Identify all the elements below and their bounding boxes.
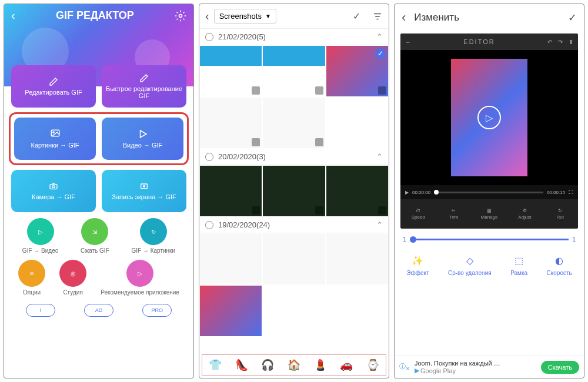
ad-close-icon[interactable]: ⓘ✕	[399, 362, 410, 371]
pro-pill[interactable]: PRO	[142, 304, 172, 317]
emoji-icon[interactable]: 👕	[209, 358, 222, 371]
download-button[interactable]: Скачать	[541, 361, 579, 374]
app-title: GIF РЕДАКТОР	[15, 9, 175, 22]
quick-edit-card[interactable]: Быстрое редактирование GIF	[102, 65, 186, 108]
time-start: 00:00:00	[412, 190, 430, 195]
studio-button[interactable]: ◎Студия	[59, 260, 86, 296]
slider-track[interactable]	[410, 239, 569, 240]
thumb[interactable]	[199, 233, 262, 285]
eraser-icon: ◇	[463, 253, 477, 267]
timeline-bar[interactable]	[434, 192, 543, 193]
range-slider[interactable]: 1 1	[395, 231, 584, 247]
compress-gif-button[interactable]: ⇲Сжать GIF	[81, 218, 109, 254]
emoji-icon[interactable]: ⌚	[366, 358, 379, 371]
svg-point-0	[179, 14, 182, 17]
video-to-gif-card[interactable]: Видео → GIF	[102, 118, 183, 160]
chevron-up-icon[interactable]: ⌃	[376, 152, 383, 161]
export-icon[interactable]: ⬆	[569, 39, 573, 45]
thumb[interactable]	[199, 45, 262, 97]
phone-video-editor: ‹ Изменить ✓ ← EDITOR ↶ ↷ ⬆ ▷ ▶ 00:00:00…	[394, 4, 584, 378]
highlight-box: Картинки → GIF Видео → GIF	[9, 112, 189, 165]
video-preview[interactable]: ▷	[400, 50, 578, 185]
tool-adjust[interactable]: ⚙Adjust	[507, 199, 542, 229]
play-small-icon[interactable]: ▶	[405, 190, 409, 195]
radio-icon[interactable]	[205, 33, 213, 41]
frame-button[interactable]: ⬚Рамка	[510, 253, 527, 276]
thumb[interactable]	[262, 165, 325, 217]
svg-point-5	[52, 186, 55, 188]
expand-icon[interactable]	[378, 206, 386, 215]
dropdown-icon: ▼	[265, 13, 271, 19]
chevron-up-icon[interactable]: ⌃	[376, 32, 383, 41]
confirm-icon[interactable]: ✓	[353, 11, 360, 22]
pics-to-gif-card[interactable]: Картинки → GIF	[14, 118, 96, 160]
screen-rec-label: Запись экрана → GIF	[112, 193, 176, 200]
expand-icon[interactable]	[315, 86, 323, 95]
thumb[interactable]	[199, 165, 262, 217]
back-icon[interactable]: ‹	[11, 9, 15, 22]
chevron-up-icon[interactable]: ⌃	[376, 220, 383, 229]
ad-banner[interactable]: ⓘ✕ Joom. Покупки на каждый … ▶Google Pla…	[395, 356, 584, 378]
expand-icon[interactable]	[315, 206, 323, 215]
expand-icon[interactable]	[252, 206, 260, 215]
emoji-icon[interactable]: 💄	[314, 358, 327, 371]
edit-gif-label: Редактировать GIF	[25, 89, 82, 96]
effect-button[interactable]: ✨Эффект	[406, 253, 429, 276]
thumb-selected[interactable]	[326, 45, 389, 97]
svg-marker-3	[140, 130, 146, 138]
settings-icon[interactable]	[175, 10, 186, 22]
tool-rotate[interactable]: ↻Rot	[543, 199, 578, 229]
play-icon[interactable]: ▷	[477, 106, 501, 129]
emoji-icon[interactable]: 🎧	[261, 358, 274, 371]
gif-to-video-button[interactable]: ▷GIF → Видео	[22, 218, 58, 254]
thumb[interactable]	[262, 233, 325, 285]
back-icon[interactable]: ‹	[205, 9, 209, 23]
tool-trim[interactable]: ✂Trim	[436, 199, 471, 229]
filter-icon[interactable]	[372, 11, 383, 22]
editor-title: EDITOR	[417, 38, 542, 45]
preview-image: ▷	[451, 59, 527, 176]
svg-rect-4	[50, 185, 57, 189]
tool-speed[interactable]: ⏱Speed	[400, 199, 436, 229]
eraser-button[interactable]: ◇Ср-во удаления	[448, 253, 492, 276]
folder-dropdown[interactable]: Screenshots ▼	[214, 9, 276, 24]
options-button[interactable]: ✕Опции	[18, 260, 45, 296]
gif-to-pics-button[interactable]: ↻GIF → Картинки	[131, 218, 175, 254]
edit-gif-card[interactable]: Редактировать GIF	[11, 65, 96, 108]
expand-icon[interactable]	[252, 86, 260, 95]
pics-to-gif-label: Картинки → GIF	[31, 142, 79, 149]
info-pill[interactable]: !	[26, 304, 55, 317]
date-group-3[interactable]: 19/02/2020(24)⌃	[199, 217, 389, 233]
thumb[interactable]	[326, 165, 389, 217]
radio-icon[interactable]	[205, 153, 213, 161]
camera-to-gif-label: Камера → GIF	[32, 193, 75, 200]
thumb[interactable]	[262, 45, 325, 97]
tool-manage[interactable]: ▦Manage	[472, 199, 507, 229]
back-icon[interactable]: ‹	[402, 10, 406, 25]
confirm-icon[interactable]: ✓	[568, 11, 577, 24]
screen-rec-card[interactable]: Запись экрана → GIF	[102, 170, 186, 212]
ad-pill[interactable]: AD	[84, 304, 113, 317]
thumb[interactable]	[199, 97, 262, 149]
expand-icon[interactable]	[252, 138, 260, 146]
recommend-button[interactable]: ▷Рекомендуемое приложение	[101, 260, 179, 296]
emoji-icon[interactable]: 🚗	[340, 358, 353, 371]
date-group-2[interactable]: 20/02/2020(3)⌃	[199, 149, 389, 165]
thumb[interactable]	[326, 233, 389, 285]
thumb[interactable]	[262, 97, 325, 149]
editor-back-icon[interactable]: ←	[405, 39, 411, 45]
fullscreen-icon[interactable]: ⛶	[569, 190, 573, 195]
timeline[interactable]: ▶ 00:00:00 00:00:15 ⛶	[400, 185, 578, 199]
camera-to-gif-card[interactable]: Камера → GIF	[11, 170, 96, 212]
redo-icon[interactable]: ↷	[558, 39, 563, 45]
speed-button[interactable]: ◐Скорость	[547, 253, 572, 276]
expand-icon[interactable]	[315, 138, 323, 146]
date-group-1[interactable]: 21/02/2020(5)⌃	[199, 29, 389, 45]
undo-icon[interactable]: ↶	[547, 39, 552, 45]
thumb[interactable]	[199, 285, 262, 337]
wand-icon: ✨	[410, 253, 425, 267]
emoji-icon[interactable]: 🏠	[288, 358, 300, 371]
emoji-icon[interactable]: 👠	[235, 358, 248, 371]
radio-icon[interactable]	[205, 221, 213, 229]
expand-icon[interactable]	[378, 86, 386, 95]
